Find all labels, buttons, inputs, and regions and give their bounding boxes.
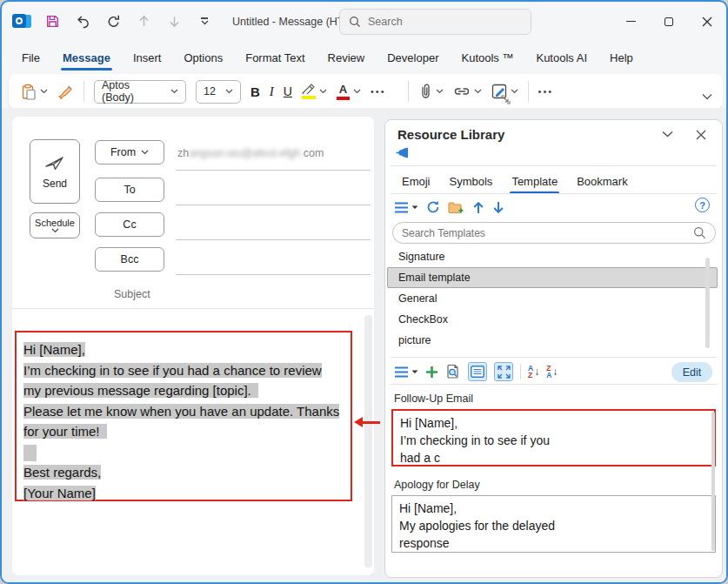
search-input[interactable]: [368, 16, 507, 28]
tab-review[interactable]: Review: [317, 43, 377, 72]
attach-file-button[interactable]: [418, 84, 444, 99]
tab-insert[interactable]: Insert: [122, 43, 173, 72]
save-icon[interactable]: [41, 10, 63, 34]
list-item-general[interactable]: General: [387, 288, 718, 309]
tab-developer[interactable]: Developer: [376, 43, 450, 72]
chevron-down-icon: [474, 89, 482, 94]
send-label: Send: [43, 178, 67, 190]
edit-button[interactable]: Edit: [671, 362, 712, 382]
body-line: Best regards,: [23, 462, 351, 483]
template-name-apology: Apology for Delay: [394, 479, 480, 491]
message-body-annotation-box[interactable]: Hi [Name], I’m checking in to see if you…: [15, 331, 352, 501]
highlight-color-button[interactable]: [302, 84, 327, 99]
expand-icon: [498, 366, 511, 379]
list-item-checkbox[interactable]: CheckBox: [387, 309, 718, 330]
template-folder-toolbar: [394, 198, 504, 217]
tab-kutools[interactable]: Kutools ™: [450, 43, 524, 72]
move-down-button[interactable]: [492, 201, 504, 214]
send-icon: [43, 154, 66, 173]
font-name-select[interactable]: Aptos (Body): [94, 80, 186, 104]
tab-emoji[interactable]: Emoji: [392, 169, 440, 193]
titlebar-search-box[interactable]: [339, 9, 531, 35]
help-icon[interactable]: ?: [695, 198, 710, 212]
menu-button[interactable]: [394, 202, 418, 213]
font-size-select[interactable]: 12: [196, 80, 241, 104]
panel-title: Resource Library: [397, 127, 504, 142]
font-color-button[interactable]: A: [337, 84, 361, 100]
add-template-button[interactable]: [425, 366, 438, 379]
italic-button[interactable]: I: [270, 84, 274, 99]
pin-icon[interactable]: [396, 147, 411, 158]
undo-icon[interactable]: [71, 10, 94, 34]
refresh-icon: [426, 200, 440, 214]
schedule-button[interactable]: Schedule: [30, 212, 80, 238]
tab-help[interactable]: Help: [598, 43, 645, 72]
dialog-launcher-icon[interactable]: [501, 95, 511, 104]
tab-template[interactable]: Template: [502, 169, 567, 193]
tab-options[interactable]: Options: [172, 43, 234, 72]
schedule-label: Schedule: [35, 218, 75, 228]
sort-descending-icon[interactable]: ZA ↓: [546, 365, 558, 379]
paperclip-icon: [418, 84, 432, 99]
collapse-ribbon-chevron-icon[interactable]: [702, 93, 712, 100]
underline-button[interactable]: U: [284, 84, 292, 98]
window-title: Untitled - Message (HT...: [232, 16, 352, 28]
body-line: my previous message regarding [topic].: [23, 380, 351, 401]
move-up-button[interactable]: [472, 201, 484, 214]
list-item-picture[interactable]: picture: [387, 330, 718, 351]
redo-icon[interactable]: [102, 10, 124, 34]
list-item-email-template[interactable]: Email template: [387, 267, 718, 288]
template-preview-apology[interactable]: Hi [Name], My apologies for the delayed …: [391, 495, 716, 553]
highlighter-icon: [302, 84, 316, 94]
panel-close-icon[interactable]: [696, 130, 706, 140]
down-arrow-icon: [492, 201, 504, 214]
tab-format-text[interactable]: Format Text: [234, 43, 316, 72]
move-up-icon: [132, 10, 155, 34]
link-icon: [453, 85, 471, 97]
compose-scrollbar[interactable]: [364, 315, 372, 567]
document-magnifier-icon: [445, 364, 461, 379]
paste-button[interactable]: [21, 84, 48, 100]
bcc-field[interactable]: [176, 274, 371, 275]
cc-button[interactable]: Cc: [95, 212, 164, 237]
tab-message[interactable]: Message: [51, 43, 122, 72]
from-button[interactable]: From: [95, 140, 164, 164]
template-preview-followup[interactable]: Hi [Name], I’m checking in to see if you…: [391, 409, 716, 467]
bold-button[interactable]: B: [250, 84, 260, 99]
send-button[interactable]: Send: [30, 139, 80, 204]
preview-template-button[interactable]: [445, 364, 461, 379]
customize-toolbar-chevron-icon[interactable]: [193, 10, 216, 34]
format-painter-button[interactable]: [57, 84, 74, 99]
body-line: [Your Name]: [23, 483, 351, 504]
template-search-input[interactable]: [402, 227, 693, 239]
subject-label: Subject: [114, 288, 150, 300]
tab-kutools-ai[interactable]: Kutools AI: [524, 43, 598, 72]
item-menu-button[interactable]: [394, 366, 418, 378]
template-name-followup: Follow-Up Email: [394, 393, 473, 405]
insert-link-button[interactable]: [453, 85, 482, 97]
plus-icon: [425, 366, 438, 379]
minimize-button[interactable]: [611, 2, 650, 41]
preview-pane-scrollbar[interactable]: [711, 412, 715, 551]
panel-collapse-chevron-icon[interactable]: [662, 131, 673, 138]
to-field[interactable]: [176, 205, 371, 205]
to-button[interactable]: To: [95, 178, 164, 202]
tab-symbols[interactable]: Symbols: [440, 169, 503, 193]
template-list-scrollbar[interactable]: [705, 258, 710, 348]
list-view-toggle[interactable]: [468, 362, 487, 381]
template-search-box[interactable]: [392, 222, 716, 244]
cc-field[interactable]: [176, 239, 371, 240]
expand-view-toggle[interactable]: [494, 362, 513, 381]
maximize-button[interactable]: [650, 2, 688, 41]
new-folder-button[interactable]: [448, 201, 464, 214]
refresh-button[interactable]: [426, 200, 440, 214]
more-commands-button[interactable]: •••: [538, 86, 554, 97]
tab-file[interactable]: File: [10, 43, 51, 72]
tab-bookmark[interactable]: Bookmark: [567, 169, 638, 193]
more-formatting-button[interactable]: •••: [371, 86, 386, 97]
hamburger-menu-icon: [394, 202, 409, 213]
bcc-button[interactable]: Bcc: [95, 247, 164, 272]
sort-ascending-icon[interactable]: AZ ↓: [528, 365, 539, 379]
close-button[interactable]: [688, 2, 726, 41]
list-item-signature[interactable]: Signature: [387, 246, 718, 267]
